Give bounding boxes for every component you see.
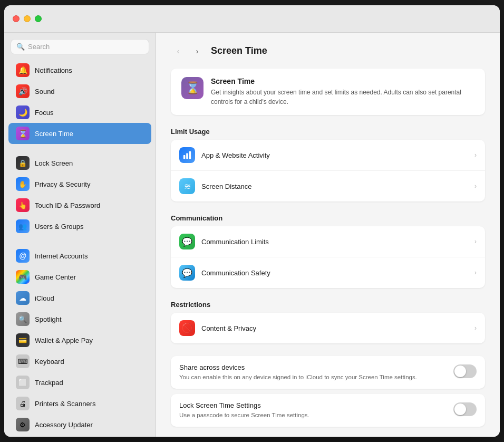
sidebar-item-icloud[interactable]: ☁ iCloud xyxy=(8,287,151,309)
share-across-devices-text: Share across devices You can enable this… xyxy=(179,363,447,381)
app-website-activity-label: App & Website Activity xyxy=(201,151,468,159)
users-groups-icon: 👥 xyxy=(16,219,30,233)
hero-text: Screen Time Get insights about your scre… xyxy=(211,77,474,107)
share-across-devices-row: Share across devices You can enable this… xyxy=(171,356,485,389)
screen-time-icon: ⌛ xyxy=(16,127,30,140)
restrictions-section-title: Restrictions xyxy=(171,301,485,309)
sidebar-item-lock-screen[interactable]: 🔒 Lock Screen xyxy=(8,152,151,174)
limit-usage-section-title: Limit Usage xyxy=(171,128,485,136)
search-box[interactable]: 🔍 Search xyxy=(11,39,149,54)
maximize-button[interactable] xyxy=(35,15,42,22)
svg-rect-1 xyxy=(186,153,188,159)
search-container: 🔍 Search xyxy=(4,39,156,60)
touch-id-icon: 👆 xyxy=(16,198,30,212)
page-title: Screen Time xyxy=(211,45,267,56)
wallet-icon: 💳 xyxy=(16,333,30,347)
sidebar-item-internet-accounts[interactable]: @ Internet Accounts xyxy=(8,245,151,266)
sidebar-item-privacy-security[interactable]: ✋ Privacy & Security xyxy=(8,174,151,195)
communication-safety-label: Communication Safety xyxy=(201,269,468,277)
lock-screen-icon: 🔒 xyxy=(16,156,30,170)
sidebar: 🔍 Search 🔔 Notifications 🔊 Sound 🌙 Focus… xyxy=(4,33,156,437)
share-across-devices-toggle[interactable] xyxy=(453,364,477,378)
communication-limits-icon: 💬 xyxy=(179,234,195,249)
app-website-activity-row[interactable]: App & Website Activity › xyxy=(171,140,485,171)
main-content: ‹ › Screen Time ⌛ Screen Time Get insigh… xyxy=(156,33,500,437)
lock-screen-time-title: Lock Screen Time Settings xyxy=(179,401,447,409)
content-area: 🔍 Search 🔔 Notifications 🔊 Sound 🌙 Focus… xyxy=(4,33,500,437)
sidebar-item-notifications[interactable]: 🔔 Notifications xyxy=(8,60,151,81)
limit-usage-group: App & Website Activity › ≋ Screen Distan… xyxy=(171,140,485,201)
search-placeholder: Search xyxy=(28,43,50,51)
sidebar-item-trackpad[interactable]: ⬜ Trackpad xyxy=(8,372,151,393)
lock-screen-time-row: Lock Screen Time Settings Use a passcode… xyxy=(171,394,485,427)
lock-screen-time-desc: Use a passcode to secure Screen Time set… xyxy=(179,411,447,419)
screen-distance-label: Screen Distance xyxy=(201,182,468,190)
screen-distance-row[interactable]: ≋ Screen Distance › xyxy=(171,171,485,201)
privacy-security-icon: ✋ xyxy=(16,177,30,191)
lock-screen-time-text: Lock Screen Time Settings Use a passcode… xyxy=(179,401,447,419)
screen-time-hero-card: ⌛ Screen Time Get insights about your sc… xyxy=(171,69,485,115)
svg-rect-2 xyxy=(189,151,191,159)
sidebar-item-printers[interactable]: 🖨 Printers & Scanners xyxy=(8,393,151,414)
sound-icon: 🔊 xyxy=(16,84,30,98)
focus-icon: 🌙 xyxy=(16,105,30,119)
restrictions-group: 🚫 Content & Privacy › xyxy=(171,313,485,343)
sidebar-item-sound[interactable]: 🔊 Sound xyxy=(8,81,151,102)
close-button[interactable] xyxy=(13,15,20,22)
main-window: 🔍 Search 🔔 Notifications 🔊 Sound 🌙 Focus… xyxy=(4,5,500,437)
sidebar-item-touch-id[interactable]: 👆 Touch ID & Password xyxy=(8,195,151,216)
app-website-activity-chevron: › xyxy=(474,151,477,159)
communication-safety-row[interactable]: 💬 Communication Safety › xyxy=(171,257,485,288)
search-icon: 🔍 xyxy=(16,43,25,51)
screen-distance-chevron: › xyxy=(474,182,477,190)
forward-button[interactable]: › xyxy=(190,43,205,58)
sidebar-item-focus[interactable]: 🌙 Focus xyxy=(8,102,151,123)
hero-title: Screen Time xyxy=(211,77,474,85)
back-button[interactable]: ‹ xyxy=(171,43,186,58)
communication-safety-chevron: › xyxy=(474,269,477,276)
communication-safety-icon: 💬 xyxy=(179,265,195,281)
content-privacy-label: Content & Privacy xyxy=(201,324,468,332)
sidebar-item-spotlight[interactable]: 🔍 Spotlight xyxy=(8,309,151,330)
communication-group: 💬 Communication Limits › 💬 Communication… xyxy=(171,226,485,288)
screen-distance-icon: ≋ xyxy=(179,178,195,194)
lock-screen-time-toggle[interactable] xyxy=(453,402,477,416)
sidebar-item-screen-time[interactable]: ⌛ Screen Time xyxy=(8,123,151,144)
traffic-lights xyxy=(13,15,42,22)
titlebar xyxy=(4,5,500,33)
accessory-icon: ⚙ xyxy=(16,418,30,431)
communication-limits-chevron: › xyxy=(474,238,477,245)
share-across-devices-desc: You can enable this on any device signed… xyxy=(179,373,447,381)
svg-rect-0 xyxy=(183,155,186,159)
minimize-button[interactable] xyxy=(24,15,31,22)
sidebar-item-accessory[interactable]: ⚙ Accessory Updater xyxy=(8,414,151,435)
printers-icon: 🖨 xyxy=(16,397,30,410)
sidebar-item-users-groups[interactable]: 👥 Users & Groups xyxy=(8,216,151,237)
sidebar-item-keyboard[interactable]: ⌨ Keyboard xyxy=(8,351,151,372)
game-center-icon: 🎮 xyxy=(16,270,30,284)
sidebar-item-wallet[interactable]: 💳 Wallet & Apple Pay xyxy=(8,330,151,351)
sidebar-item-game-center[interactable]: 🎮 Game Center xyxy=(8,266,151,287)
spotlight-icon: 🔍 xyxy=(16,312,30,326)
trackpad-icon: ⬜ xyxy=(16,376,30,389)
content-privacy-icon: 🚫 xyxy=(179,320,195,336)
communication-limits-row[interactable]: 💬 Communication Limits › xyxy=(171,226,485,257)
communication-section-title: Communication xyxy=(171,214,485,222)
nav-header: ‹ › Screen Time xyxy=(171,43,485,58)
hero-icon: ⌛ xyxy=(181,77,203,99)
communication-limits-label: Communication Limits xyxy=(201,238,468,246)
internet-accounts-icon: @ xyxy=(16,249,30,263)
hero-description: Get insights about your screen time and … xyxy=(211,88,474,107)
icloud-icon: ☁ xyxy=(16,291,30,305)
share-across-devices-title: Share across devices xyxy=(179,363,447,371)
keyboard-icon: ⌨ xyxy=(16,354,30,368)
notifications-icon: 🔔 xyxy=(16,63,30,77)
app-website-activity-icon xyxy=(179,147,195,163)
content-privacy-row[interactable]: 🚫 Content & Privacy › xyxy=(171,313,485,343)
content-privacy-chevron: › xyxy=(474,324,477,332)
